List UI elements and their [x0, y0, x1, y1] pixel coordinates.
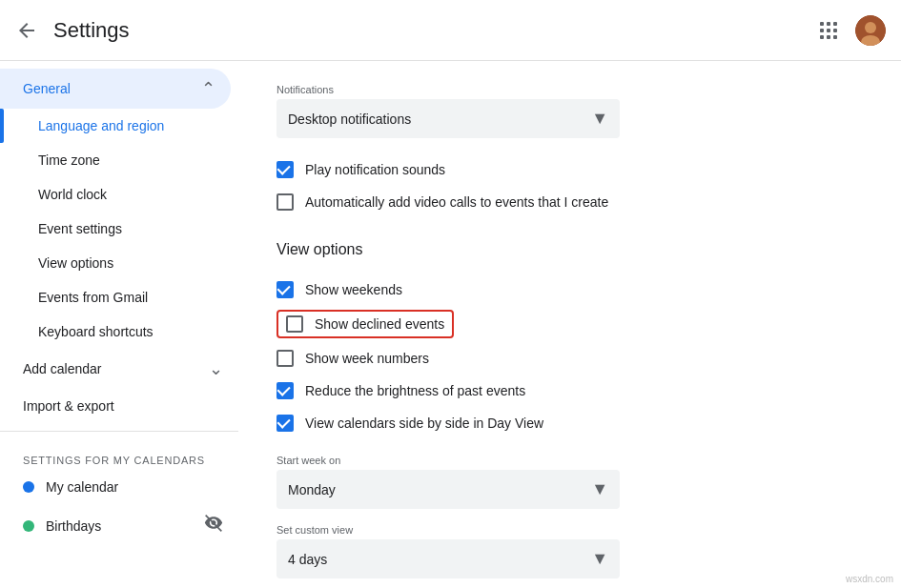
custom-view-value: 4 days [288, 552, 327, 567]
svg-rect-4 [827, 29, 830, 32]
my-calendar-dot [23, 481, 34, 493]
sidebar-item-general[interactable]: General ⌃ [0, 69, 231, 109]
sidebar-item-eventsettings[interactable]: Event settings [0, 212, 231, 246]
show-declined-label: Show declined events [315, 316, 444, 332]
sidebar: General ⌃ Language and region Time zone … [0, 61, 238, 588]
avatar[interactable] [855, 15, 886, 46]
show-week-numbers-row[interactable]: Show week numbers [276, 342, 863, 375]
view-options-heading: View options [276, 241, 863, 258]
start-week-label: Start week on [276, 455, 863, 466]
play-sound-row[interactable]: Play notification sounds [276, 153, 863, 186]
main-layout: General ⌃ Language and region Time zone … [0, 61, 901, 588]
svg-rect-0 [820, 22, 824, 26]
svg-rect-2 [833, 22, 837, 26]
side-by-side-label: View calendars side by side in Day View [305, 416, 543, 431]
custom-view-arrow-icon: ▼ [591, 549, 608, 569]
start-week-value: Monday [288, 482, 336, 497]
chevron-up-icon: ⌃ [201, 78, 215, 99]
google-apps-button[interactable] [809, 11, 848, 50]
video-calls-row[interactable]: Automatically add video calls to events … [276, 186, 863, 218]
sidebar-item-my-calendar[interactable]: My calendar [0, 470, 238, 504]
avatar-image [855, 15, 886, 46]
notifications-label: Notifications [276, 84, 863, 95]
show-weekends-row[interactable]: Show weekends [276, 274, 863, 306]
sidebar-item-viewoptions-label: View options [38, 255, 113, 271]
sidebar-item-birthdays[interactable]: Birthdays [0, 504, 238, 547]
svg-point-10 [865, 22, 876, 33]
start-week-field: Start week on Monday ▼ [276, 455, 863, 509]
back-button[interactable] [15, 19, 38, 42]
content-area: Notifications Desktop notifications ▼ Pl… [238, 61, 901, 588]
notifications-dropdown[interactable]: Desktop notifications ▼ [276, 99, 620, 138]
hidden-calendar-icon [204, 514, 223, 537]
custom-view-label: Set custom view [276, 524, 863, 536]
reduce-brightness-checkbox[interactable] [276, 382, 294, 399]
topbar: Settings [0, 0, 901, 61]
reduce-brightness-row[interactable]: Reduce the brightness of past events [276, 375, 863, 407]
sidebar-item-timezone-label: Time zone [38, 152, 100, 168]
notifications-value: Desktop notifications [288, 112, 411, 127]
video-calls-label: Automatically add video calls to events … [305, 194, 608, 210]
show-week-numbers-checkbox[interactable] [276, 350, 294, 367]
sidebar-divider [0, 431, 238, 432]
import-export-label: Import & export [23, 398, 114, 414]
sidebar-item-import-export[interactable]: Import & export [0, 389, 238, 423]
svg-rect-7 [827, 35, 830, 39]
sidebar-item-gmailevents[interactable]: Events from Gmail [0, 280, 231, 314]
birthdays-right [204, 514, 223, 537]
page-title: Settings [53, 18, 130, 43]
side-by-side-row[interactable]: View calendars side by side in Day View [276, 407, 863, 439]
svg-rect-6 [820, 35, 824, 39]
play-sound-label: Play notification sounds [305, 162, 445, 177]
sidebar-item-worldclock-label: World clock [38, 187, 107, 202]
sidebar-item-general-label: General [23, 81, 71, 96]
reduce-brightness-label: Reduce the brightness of past events [305, 383, 525, 398]
svg-rect-8 [833, 35, 837, 39]
show-declined-row[interactable]: Show declined events [276, 310, 454, 338]
custom-view-field: Set custom view 4 days ▼ [276, 524, 863, 578]
sidebar-item-add-calendar[interactable]: Add calendar ⌄ [0, 349, 238, 389]
svg-rect-1 [827, 22, 830, 26]
show-declined-checkbox[interactable] [286, 315, 303, 333]
start-week-arrow-icon: ▼ [591, 479, 608, 499]
sidebar-item-timezone[interactable]: Time zone [0, 143, 231, 177]
show-weekends-label: Show weekends [305, 282, 402, 297]
birthdays-dot [23, 520, 34, 532]
sidebar-item-shortcuts-label: Keyboard shortcuts [38, 324, 154, 339]
sidebar-item-eventsettings-label: Event settings [38, 221, 122, 236]
watermark: wsxdn.com [846, 574, 893, 584]
video-calls-checkbox[interactable] [276, 193, 294, 211]
sidebar-item-shortcuts[interactable]: Keyboard shortcuts [0, 314, 231, 349]
sidebar-item-language[interactable]: Language and region [0, 109, 231, 143]
sidebar-item-language-label: Language and region [38, 118, 164, 133]
svg-rect-3 [820, 29, 824, 32]
chevron-down-icon: ⌄ [209, 358, 223, 379]
custom-view-dropdown[interactable]: 4 days ▼ [276, 539, 620, 578]
sidebar-item-worldclock[interactable]: World clock [0, 177, 231, 212]
topbar-left: Settings [15, 18, 809, 43]
add-calendar-label: Add calendar [23, 361, 102, 376]
notifications-arrow-icon: ▼ [591, 109, 608, 129]
show-week-numbers-label: Show week numbers [305, 351, 429, 366]
show-weekends-checkbox[interactable] [276, 281, 294, 298]
sidebar-item-viewoptions[interactable]: View options [0, 246, 231, 280]
svg-rect-5 [833, 29, 837, 32]
sidebar-item-gmailevents-label: Events from Gmail [38, 290, 148, 305]
settings-calendars-heading: Settings for my calendars [0, 439, 238, 470]
start-week-dropdown[interactable]: Monday ▼ [276, 470, 620, 509]
birthdays-label: Birthdays [46, 518, 101, 534]
notifications-field: Notifications Desktop notifications ▼ [276, 84, 863, 138]
side-by-side-checkbox[interactable] [276, 415, 294, 432]
topbar-right [809, 11, 886, 50]
my-calendar-label: My calendar [46, 479, 118, 495]
play-sound-checkbox[interactable] [276, 161, 294, 178]
